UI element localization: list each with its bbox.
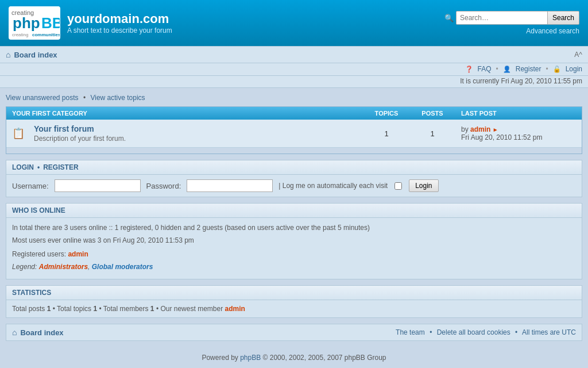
delete-cookies-link[interactable]: Delete all board cookies — [437, 328, 510, 336]
stats-sep1: • — [53, 305, 57, 313]
last-post-author-link[interactable]: admin — [470, 125, 490, 133]
whoisonline-registered: Registered users: admin — [12, 249, 576, 259]
username-input[interactable] — [55, 179, 141, 192]
view-sep: • — [83, 94, 86, 102]
col-lastpost-header: LAST POST — [455, 107, 582, 120]
stats-total-posts-value: 1 — [47, 305, 51, 313]
stats-newest-member-label: Our newest member — [160, 305, 223, 313]
stats-newest-member-link[interactable]: admin — [225, 305, 245, 313]
forum-icon-cell: 📋 — [6, 120, 28, 148]
forum-link[interactable]: Your first forum — [34, 124, 94, 133]
forum-description: Description of your first forum. — [34, 135, 358, 143]
faq-icon: ❓ — [465, 66, 473, 73]
svg-text:php: php — [13, 14, 40, 32]
header: creating php BB creating communities you… — [0, 0, 588, 46]
bottom-links: The team • Delete all board cookies • Al… — [396, 328, 576, 336]
search-input[interactable] — [456, 11, 548, 25]
whoisonline-section: WHO IS ONLINE In total there are 3 users… — [6, 203, 582, 279]
site-description: A short text to describe your forum — [67, 26, 172, 34]
forum-icon: 📋 — [12, 128, 25, 139]
registered-label: Registered users: — [12, 250, 66, 258]
password-input[interactable] — [187, 179, 273, 192]
forum-info-cell: Your first forum Description of your fir… — [28, 120, 363, 148]
stats-sep2: • — [99, 305, 103, 313]
bottom-home-icon: ⌂ — [12, 328, 17, 337]
stats-total-topics-value: 1 — [93, 305, 97, 313]
forum-name: Your first forum — [34, 124, 358, 133]
view-links: View unanswered posts • View active topi… — [6, 91, 582, 106]
login-header-link[interactable]: LOGIN — [12, 163, 34, 171]
bottom-board-index-link[interactable]: Board index — [20, 328, 63, 337]
user-nav: ❓ FAQ • 👤 Register • 🔓 Login — [465, 65, 582, 73]
login-section-header: LOGIN • REGISTER — [6, 160, 582, 175]
login-form: Username: Password: | Log me on automati… — [6, 175, 582, 197]
last-post-by: by — [461, 125, 469, 133]
timezone-label: All times are UTC — [522, 328, 576, 336]
font-resize[interactable]: A^ — [574, 51, 582, 59]
board-index-link[interactable]: Board index — [14, 51, 57, 59]
forum-table: YOUR FIRST CATEGORY TOPICS POSTS LAST PO… — [6, 107, 582, 148]
login-button[interactable]: Login — [409, 179, 438, 192]
legend-label: Legend: — [12, 263, 37, 271]
last-post-time: Fri Aug 20, 2010 11:52 pm — [461, 133, 542, 141]
register-link[interactable]: Register — [516, 65, 541, 73]
nav-bar: ❓ FAQ • 👤 Register • 🔓 Login — [0, 63, 588, 76]
login-link[interactable]: Login — [566, 65, 582, 73]
remember-checkbox[interactable] — [394, 182, 402, 190]
phpbb-link[interactable]: phpBB — [240, 354, 261, 362]
whoisonline-max: Most users ever online was 3 on Fri Aug … — [12, 235, 576, 246]
login-register-sep: • — [37, 163, 40, 171]
login-icon: 🔓 — [553, 66, 561, 73]
remember-label: | Log me on automatically each visit — [278, 182, 388, 190]
bottom-bar: ⌂ Board index The team • Delete all boar… — [6, 324, 582, 341]
search-button[interactable]: Search — [548, 11, 579, 25]
forum-table-wrapper: YOUR FIRST CATEGORY TOPICS POSTS LAST PO… — [6, 106, 582, 154]
login-section: LOGIN • REGISTER Username: Password: | L… — [6, 160, 582, 197]
statistics-body: Total posts 1 • Total topics 1 • Total m… — [6, 300, 582, 317]
sep1: • — [496, 65, 498, 73]
bottom-sep2: • — [515, 328, 517, 336]
search-icon: 🔍 — [444, 14, 454, 22]
logo-area: creating php BB creating communities you… — [9, 6, 172, 40]
category-header-row: YOUR FIRST CATEGORY TOPICS POSTS LAST PO… — [6, 107, 582, 120]
search-form: 🔍 Search — [444, 11, 579, 25]
forum-posts-cell: 1 — [409, 120, 455, 148]
faq-link[interactable]: FAQ — [478, 65, 492, 73]
home-icon: ⌂ — [6, 50, 10, 59]
register-icon: 👤 — [503, 66, 511, 73]
password-label: Password: — [146, 182, 181, 190]
stats-total-members-value: 1 — [150, 305, 154, 313]
view-unanswered-link[interactable]: View unanswered posts — [6, 94, 79, 102]
svg-text:communities: communities — [32, 32, 60, 37]
main-content: View unanswered posts • View active topi… — [0, 88, 588, 350]
svg-text:creating: creating — [12, 32, 28, 37]
datetime: It is currently Fri Aug 20, 2010 11:55 p… — [0, 76, 588, 88]
whoisonline-stats: In total there are 3 users online :: 1 r… — [12, 223, 576, 233]
view-active-link[interactable]: View active topics — [90, 94, 145, 102]
whoisonline-body: In total there are 3 users online :: 1 r… — [6, 218, 582, 279]
search-area: 🔍 Search Advanced search — [444, 11, 579, 35]
forum-lastpost-cell: by admin ► Fri Aug 20, 2010 11:52 pm — [455, 120, 582, 148]
register-header-link[interactable]: REGISTER — [43, 163, 78, 171]
statistics-section: STATISTICS Total posts 1 • Total topics … — [6, 285, 582, 318]
footer: Powered by phpBB © 2000, 2002, 2005, 200… — [0, 350, 588, 365]
sep2: • — [546, 65, 548, 73]
registered-user-link[interactable]: admin — [68, 250, 88, 258]
forum-topics-cell: 1 — [363, 120, 409, 148]
stats-total-topics-label: Total topics — [57, 305, 91, 313]
bottom-sep1: • — [430, 328, 432, 336]
table-row: 📋 Your first forum Description of your f… — [6, 120, 582, 148]
global-moderators-link[interactable]: Global moderators — [92, 263, 153, 271]
col-posts-header: POSTS — [409, 107, 455, 120]
logo-creating-text: creating — [11, 10, 34, 16]
stats-total-members-label: Total members — [103, 305, 149, 313]
category-name: YOUR FIRST CATEGORY — [6, 107, 363, 120]
svg-text:BB: BB — [41, 14, 60, 32]
advanced-search-link[interactable]: Advanced search — [526, 27, 579, 35]
administrators-link[interactable]: Administrators — [39, 263, 88, 271]
team-link[interactable]: The team — [396, 328, 425, 336]
statistics-header: STATISTICS — [6, 286, 582, 300]
breadcrumb: ⌂ Board index — [6, 50, 57, 59]
whoisonline-legend: Legend: Administrators, Global moderator… — [12, 262, 576, 272]
phpbb-logo: creating php BB creating communities — [9, 6, 60, 40]
